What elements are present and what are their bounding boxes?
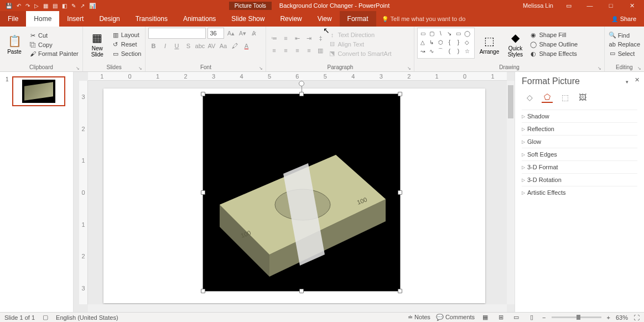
bullets-button[interactable]: ≔ <box>269 33 279 43</box>
qat-icon[interactable]: ◧ <box>62 3 67 9</box>
shape-gallery[interactable]: ▭▢\↘▭◯ △↳⬡{}◇ ↝∿⌒()☆ <box>417 28 475 59</box>
tab-design[interactable]: Design <box>91 11 127 27</box>
bold-button[interactable]: B <box>148 41 158 51</box>
close-icon[interactable]: ✕ <box>626 2 637 9</box>
copy-button[interactable]: ⿻Copy <box>28 41 80 49</box>
zoom-out-icon[interactable]: − <box>542 314 546 321</box>
format-property[interactable]: Soft Edges <box>522 148 637 160</box>
numbering-button[interactable]: ≡ <box>281 33 290 43</box>
fill-tab-icon[interactable]: ◇ <box>524 92 535 103</box>
qat-icon[interactable]: ▤ <box>53 3 58 9</box>
shape-fill-button[interactable]: ◉Shape Fill <box>528 31 579 39</box>
qat-icon[interactable]: ✎ <box>71 3 76 9</box>
layout-button[interactable]: ▥Layout <box>111 31 143 39</box>
tab-home[interactable]: Home <box>26 11 59 27</box>
format-property[interactable]: 3-D Rotation <box>522 173 637 186</box>
user-name[interactable]: Melissa Lin <box>523 2 553 9</box>
resize-handle[interactable] <box>299 92 304 96</box>
align-center-button[interactable]: ≡ <box>281 45 290 55</box>
align-text-button[interactable]: ⊟Align Text <box>327 40 392 48</box>
slideshow-icon[interactable]: ▷ <box>34 3 39 9</box>
italic-button[interactable]: I <box>160 41 170 51</box>
reset-button[interactable]: ↺Reset <box>111 40 143 49</box>
resize-handle[interactable] <box>398 190 402 195</box>
format-property[interactable]: Shadow <box>522 110 637 122</box>
align-right-button[interactable]: ≡ <box>292 45 302 55</box>
share-button[interactable]: Share <box>611 11 644 27</box>
tab-animations[interactable]: Animations <box>175 11 224 27</box>
resize-handle[interactable] <box>299 289 304 293</box>
size-tab-icon[interactable]: ⬚ <box>559 92 570 103</box>
case-button[interactable]: Aa <box>218 41 228 51</box>
close-pane-icon[interactable]: ✕ <box>635 76 640 84</box>
qat-icon[interactable]: 📊 <box>89 3 96 9</box>
redo-icon[interactable]: ↷ <box>25 3 30 9</box>
align-left-button[interactable]: ≡ <box>269 45 279 55</box>
effects-tab-icon[interactable]: ⬠ <box>542 92 553 103</box>
qat-icon[interactable]: ↗ <box>80 3 85 9</box>
paste-button[interactable]: 📋 Paste <box>3 28 26 61</box>
arrange-button[interactable]: ⬚ Arrange <box>476 28 502 61</box>
resize-handle[interactable] <box>201 92 205 96</box>
spellcheck-icon[interactable]: ▢ <box>43 314 48 321</box>
replace-button[interactable]: abReplace <box>607 40 641 48</box>
notes-button[interactable]: ≐ Notes <box>408 314 430 321</box>
spacing-button[interactable]: AV <box>206 41 216 51</box>
tab-format[interactable]: Format <box>340 11 376 27</box>
cut-button[interactable]: ✂Cut <box>28 32 80 40</box>
slide-thumbnail[interactable] <box>12 76 65 106</box>
slide-canvas[interactable]: 100 100 <box>103 89 485 303</box>
zoom-in-icon[interactable]: + <box>607 314 610 321</box>
minimize-icon[interactable]: — <box>584 2 595 9</box>
maximize-icon[interactable]: □ <box>605 2 616 9</box>
indent-dec-button[interactable]: ⇤ <box>292 33 302 43</box>
selected-picture[interactable]: 100 100 <box>203 94 400 291</box>
format-property[interactable]: Glow <box>522 135 637 148</box>
resize-handle[interactable] <box>201 289 205 293</box>
grow-font-icon[interactable]: A▴ <box>226 28 236 38</box>
sorter-view-icon[interactable]: ⊞ <box>496 314 506 321</box>
zoom-slider[interactable] <box>552 316 601 318</box>
tell-me-search[interactable]: Tell me what you want to do <box>382 11 466 27</box>
tab-view[interactable]: View <box>310 11 340 27</box>
tab-insert[interactable]: Insert <box>59 11 91 27</box>
slide-indicator[interactable]: Slide 1 of 1 <box>4 314 35 321</box>
horizontal-scrollbar[interactable] <box>88 304 507 312</box>
section-button[interactable]: ▭Section <box>111 50 143 58</box>
font-family-input[interactable] <box>148 28 206 39</box>
indent-inc-button[interactable]: ⇥ <box>304 33 314 43</box>
resize-handle[interactable] <box>201 190 205 195</box>
save-icon[interactable]: 💾 <box>6 3 12 9</box>
picture-tab-icon[interactable]: 🖼 <box>577 92 588 103</box>
shape-effects-button[interactable]: ◐Shape Effects <box>528 50 579 58</box>
select-button[interactable]: ▭Select <box>607 49 641 58</box>
tab-transitions[interactable]: Transitions <box>128 11 175 27</box>
tab-file[interactable]: File <box>0 11 26 27</box>
tab-review[interactable]: Review <box>272 11 309 27</box>
format-property[interactable]: 3-D Format <box>522 160 637 173</box>
quick-styles-button[interactable]: ◆ Quick Styles <box>503 28 527 61</box>
vertical-scrollbar[interactable] <box>507 81 515 304</box>
qat-icon[interactable]: ▦ <box>43 3 48 9</box>
text-direction-button[interactable]: ↕Text Direction <box>327 31 392 39</box>
zoom-level[interactable]: 63% <box>616 314 628 321</box>
tab-slideshow[interactable]: Slide Show <box>224 11 272 27</box>
format-property[interactable]: Reflection <box>522 122 637 135</box>
resize-handle[interactable] <box>398 289 402 293</box>
normal-view-icon[interactable]: ▦ <box>480 314 490 321</box>
columns-button[interactable]: ▥ <box>315 45 325 55</box>
undo-icon[interactable]: ↶ <box>17 3 21 9</box>
comments-button[interactable]: 💬 Comments <box>436 314 475 321</box>
ribbon-display-icon[interactable]: ▭ <box>563 2 574 9</box>
format-property[interactable]: Artistic Effects <box>522 186 637 199</box>
fit-window-icon[interactable]: ⛶ <box>633 314 640 321</box>
shrink-font-icon[interactable]: A▾ <box>237 28 247 38</box>
resize-handle[interactable] <box>398 92 402 96</box>
underline-button[interactable]: U <box>172 41 181 51</box>
slide-editor[interactable]: 101234565432101 3210123 100 100 <box>74 72 515 312</box>
line-spacing-button[interactable]: ‡ <box>315 33 325 43</box>
strike-button[interactable]: abc <box>195 41 205 51</box>
shape-outline-button[interactable]: ◯Shape Outline <box>528 40 579 49</box>
find-button[interactable]: 🔍Find <box>607 31 641 39</box>
highlight-button[interactable]: 🖍 <box>230 41 240 51</box>
